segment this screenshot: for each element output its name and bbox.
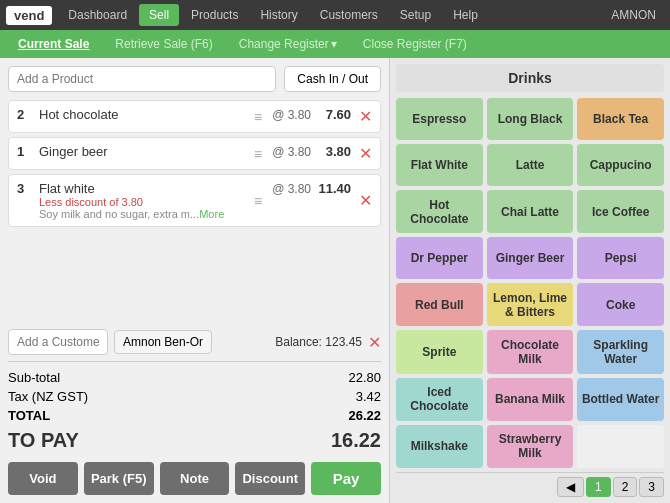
cart-item-menu-icon[interactable]: ≡ — [250, 193, 266, 209]
cart-item-name: Flat white — [39, 181, 244, 196]
product-button[interactable]: Ginger Beer — [487, 237, 574, 279]
void-button[interactable]: Void — [8, 462, 78, 495]
cash-in-out-button[interactable]: Cash In / Out — [284, 66, 381, 92]
to-pay-label: TO PAY — [8, 429, 79, 452]
customer-tag: Amnon Ben-Or — [114, 330, 212, 354]
cart-item-note: Soy milk and no sugar, extra m...More — [39, 208, 244, 220]
cart-item-remove-button[interactable]: ✕ — [359, 107, 372, 126]
product-button[interactable]: Banana Milk — [487, 378, 574, 421]
product-button[interactable]: Ice Coffee — [577, 190, 664, 233]
nav-setup[interactable]: Setup — [390, 4, 441, 26]
to-pay-row: TO PAY 16.22 — [8, 425, 381, 456]
cart-item-remove-button[interactable]: ✕ — [359, 144, 372, 163]
cart-item-at-price: @ 3.80 — [272, 108, 311, 122]
total-row: TOTAL 26.22 — [8, 406, 381, 425]
customer-name: Amnon Ben-Or — [123, 335, 203, 349]
product-button[interactable]: Chocolate Milk — [487, 330, 574, 373]
customer-row: Amnon Ben-Or Balance: 123.45 ✕ — [8, 329, 381, 355]
cart-item-menu-icon[interactable]: ≡ — [250, 146, 266, 162]
product-button[interactable]: Chai Latte — [487, 190, 574, 233]
product-button[interactable]: Strawberry Milk — [487, 425, 574, 468]
nav-products[interactable]: Products — [181, 4, 248, 26]
cart-item-name-block: Flat white Less discount of 3.80 Soy mil… — [39, 181, 244, 220]
pay-button[interactable]: Pay — [311, 462, 381, 495]
product-search-row: Cash In / Out — [8, 66, 381, 92]
nav-history[interactable]: History — [250, 4, 307, 26]
customer-search-input[interactable] — [8, 329, 108, 355]
cart-item-price-info: @ 3.80 7.60 — [272, 107, 351, 122]
cart-item-menu-icon[interactable]: ≡ — [250, 109, 266, 125]
product-button[interactable]: Sprite — [396, 330, 483, 373]
product-button[interactable]: Hot Chocolate — [396, 190, 483, 233]
note-more-link[interactable]: More — [199, 208, 224, 220]
cart-item: 3 Flat white Less discount of 3.80 Soy m… — [8, 174, 381, 227]
nav-help[interactable]: Help — [443, 4, 488, 26]
note-button[interactable]: Note — [160, 462, 230, 495]
subnav-change-register[interactable]: Change Register ▾ — [231, 33, 345, 55]
right-panel: Drinks EspressoLong BlackBlack TeaFlat W… — [390, 58, 670, 503]
product-button[interactable]: Bottled Water — [577, 378, 664, 421]
cart-item-total: 7.60 — [315, 107, 351, 122]
left-panel: Cash In / Out 2 Hot chocolate ≡ @ 3.80 7… — [0, 58, 390, 503]
cart-item-remove-button[interactable]: ✕ — [359, 191, 372, 210]
subnav-retrieve-sale[interactable]: Retrieve Sale (F6) — [107, 33, 220, 55]
product-button[interactable]: Milkshake — [396, 425, 483, 468]
cart-item-discount-note: Less discount of 3.80 — [39, 196, 244, 208]
product-button[interactable]: Flat White — [396, 144, 483, 186]
cart-item-price-info: @ 3.80 3.80 — [272, 144, 351, 159]
product-button[interactable]: Black Tea — [577, 98, 664, 140]
park-button[interactable]: Park (F5) — [84, 462, 154, 495]
product-button[interactable]: Iced Chocolate — [396, 378, 483, 421]
cart-item-qty: 2 — [17, 107, 33, 122]
subtotal-value: 22.80 — [348, 370, 381, 385]
cart-item-total: 11.40 — [315, 181, 351, 196]
subtotal-row: Sub-total 22.80 — [8, 368, 381, 387]
cart-item-name: Hot chocolate — [39, 107, 244, 122]
product-button[interactable]: Espresso — [396, 98, 483, 140]
bottom-buttons: Void Park (F5) Note Discount Pay — [8, 462, 381, 495]
category-header: Drinks — [396, 64, 664, 92]
total-value: 26.22 — [348, 408, 381, 423]
totals-section: Sub-total 22.80 Tax (NZ GST) 3.42 TOTAL … — [8, 361, 381, 456]
subtotal-label: Sub-total — [8, 370, 60, 385]
cart-item-at-price: @ 3.80 — [272, 145, 311, 159]
product-button[interactable]: Sparkling Water — [577, 330, 664, 373]
nav-dashboard[interactable]: Dashboard — [58, 4, 137, 26]
nav-sell[interactable]: Sell — [139, 4, 179, 26]
product-button[interactable]: Lemon, Lime & Bitters — [487, 283, 574, 326]
cart-item: 2 Hot chocolate ≡ @ 3.80 7.60 ✕ — [8, 100, 381, 133]
product-button[interactable]: Dr Pepper — [396, 237, 483, 279]
top-navigation: vend Dashboard Sell Products History Cus… — [0, 0, 670, 30]
subnav-current-sale[interactable]: Current Sale — [10, 33, 97, 55]
sub-navigation: Current Sale Retrieve Sale (F6) Change R… — [0, 30, 670, 58]
product-search-input[interactable] — [8, 66, 276, 92]
products-grid: EspressoLong BlackBlack TeaFlat WhiteLat… — [396, 98, 664, 468]
product-button[interactable]: Pepsi — [577, 237, 664, 279]
app-logo: vend — [6, 6, 52, 25]
cart-items-list: 2 Hot chocolate ≡ @ 3.80 7.60 ✕ 1 Ginger… — [8, 100, 381, 323]
subnav-close-register[interactable]: Close Register (F7) — [355, 33, 475, 55]
customer-balance: Balance: 123.45 — [275, 335, 362, 349]
cart-item-name: Ginger beer — [39, 144, 244, 159]
page-1-button[interactable]: 1 — [586, 477, 611, 497]
tax-label: Tax (NZ GST) — [8, 389, 88, 404]
cart-item-price-info: @ 3.80 11.40 — [272, 181, 351, 196]
discount-button[interactable]: Discount — [235, 462, 305, 495]
product-button[interactable]: Coke — [577, 283, 664, 326]
product-button[interactable]: Red Bull — [396, 283, 483, 326]
nav-customers[interactable]: Customers — [310, 4, 388, 26]
to-pay-amount: 16.22 — [331, 429, 381, 452]
page-prev-button[interactable]: ◀ — [557, 477, 584, 497]
customer-remove-button[interactable]: ✕ — [368, 333, 381, 352]
product-button[interactable]: Long Black — [487, 98, 574, 140]
cart-item-qty: 3 — [17, 181, 33, 196]
product-button[interactable] — [577, 425, 664, 468]
product-button[interactable]: Cappucino — [577, 144, 664, 186]
pagination-row: ◀ 1 2 3 — [396, 472, 664, 497]
user-name: AMNON — [603, 4, 664, 26]
page-3-button[interactable]: 3 — [639, 477, 664, 497]
product-button[interactable]: Latte — [487, 144, 574, 186]
main-content: Cash In / Out 2 Hot chocolate ≡ @ 3.80 7… — [0, 58, 670, 503]
page-2-button[interactable]: 2 — [613, 477, 638, 497]
tax-value: 3.42 — [356, 389, 381, 404]
